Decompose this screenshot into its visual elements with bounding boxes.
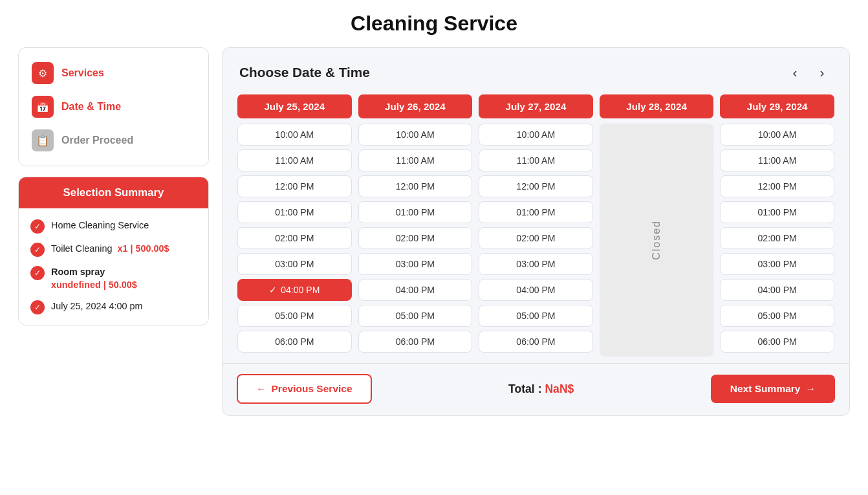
page-title: Cleaning Service bbox=[0, 0, 868, 47]
time-slot-0-1[interactable]: 11:00 AM bbox=[237, 149, 352, 171]
next-arrow-icon bbox=[805, 383, 816, 395]
summary-text-1: Home Cleaning Service bbox=[51, 219, 149, 232]
time-slot-2-3[interactable]: 01:00 PM bbox=[479, 201, 593, 223]
time-slot-4-5[interactable]: 03:00 PM bbox=[720, 253, 834, 275]
time-slot-4-3[interactable]: 01:00 PM bbox=[720, 201, 834, 223]
day-column-3: July 28, 2024 Closed bbox=[596, 94, 717, 357]
time-slot-1-7[interactable]: 05:00 PM bbox=[358, 305, 473, 327]
check-icon-3 bbox=[30, 266, 45, 280]
calendar-panel: Choose Date & Time ‹ › July 25, 2024 10:… bbox=[222, 47, 850, 416]
time-slot-0-2[interactable]: 12:00 PM bbox=[237, 175, 352, 197]
time-slot-2-7[interactable]: 05:00 PM bbox=[479, 305, 593, 327]
total-display: Total : NaN$ bbox=[508, 382, 574, 396]
time-slot-4-7[interactable]: 05:00 PM bbox=[720, 305, 834, 327]
sidebar: ⚙ Services 📅 Date & Time 📋 Order Proceed… bbox=[18, 47, 209, 416]
calendar-header: Choose Date & Time ‹ › bbox=[222, 48, 849, 94]
prev-label: Previous Service bbox=[272, 383, 353, 395]
toilet-price: x1 | 500.00$ bbox=[117, 243, 169, 254]
time-slot-4-4[interactable]: 02:00 PM bbox=[720, 227, 834, 249]
room-spray-price: xundefined | 50.00$ bbox=[51, 280, 137, 290]
next-label: Next Summary bbox=[730, 383, 801, 395]
time-slot-2-1[interactable]: 11:00 AM bbox=[479, 149, 593, 171]
next-arrow-button[interactable]: › bbox=[812, 62, 832, 83]
summary-item-1: Home Cleaning Service bbox=[30, 219, 197, 234]
prev-arrow-button[interactable]: ‹ bbox=[785, 62, 805, 83]
time-slot-0-7[interactable]: 05:00 PM bbox=[237, 305, 352, 327]
prev-service-button[interactable]: Previous Service bbox=[237, 374, 372, 404]
nav-arrows: ‹ › bbox=[785, 62, 832, 83]
time-slot-4-2[interactable]: 12:00 PM bbox=[720, 175, 834, 197]
datetime-label: Date & Time bbox=[61, 101, 121, 113]
time-slot-2-2[interactable]: 12:00 PM bbox=[479, 175, 593, 197]
total-label-text: Total : bbox=[508, 382, 541, 395]
time-slot-1-4[interactable]: 02:00 PM bbox=[358, 227, 473, 249]
time-slot-2-5[interactable]: 03:00 PM bbox=[479, 253, 593, 275]
time-slot-1-6[interactable]: 04:00 PM bbox=[358, 279, 473, 301]
order-icon: 📋 bbox=[32, 129, 54, 151]
calendar-title: Choose Date & Time bbox=[239, 65, 370, 80]
day-header-2: July 27, 2024 bbox=[479, 94, 593, 118]
time-slot-1-2[interactable]: 12:00 PM bbox=[358, 175, 473, 197]
day-header-4: July 29, 2024 bbox=[720, 94, 834, 118]
summary-item-2: Toilet Cleaning x1 | 500.00$ bbox=[30, 242, 197, 257]
sidebar-item-datetime[interactable]: 📅 Date & Time bbox=[32, 96, 195, 118]
services-label: Services bbox=[61, 67, 104, 79]
time-slot-0-0[interactable]: 10:00 AM bbox=[237, 124, 352, 146]
day-column-2: July 27, 2024 10:00 AM 11:00 AM 12:00 PM… bbox=[475, 94, 596, 357]
calendar-footer: Previous Service Total : NaN$ Next Summa… bbox=[222, 363, 849, 415]
day-column-1: July 26, 2024 10:00 AM 11:00 AM 12:00 PM… bbox=[355, 94, 476, 357]
toilet-label: Toilet Cleaning bbox=[51, 243, 112, 254]
time-slot-1-5[interactable]: 03:00 PM bbox=[358, 253, 473, 275]
time-slot-4-0[interactable]: 10:00 AM bbox=[720, 124, 834, 146]
time-slot-1-3[interactable]: 01:00 PM bbox=[358, 201, 473, 223]
steps-card: ⚙ Services 📅 Date & Time 📋 Order Proceed bbox=[18, 47, 209, 166]
order-label: Order Proceed bbox=[61, 135, 133, 146]
time-slot-2-0[interactable]: 10:00 AM bbox=[479, 124, 593, 146]
time-slot-4-1[interactable]: 11:00 AM bbox=[720, 149, 834, 171]
closed-body: Closed bbox=[600, 124, 714, 357]
check-icon-2 bbox=[30, 243, 45, 257]
time-slot-1-8[interactable]: 06:00 PM bbox=[358, 331, 473, 353]
time-slot-1-0[interactable]: 10:00 AM bbox=[358, 124, 473, 146]
time-slot-0-6[interactable]: 04:00 PM bbox=[237, 279, 352, 301]
time-slot-2-8[interactable]: 06:00 PM bbox=[479, 331, 593, 353]
sidebar-item-order[interactable]: 📋 Order Proceed bbox=[32, 129, 195, 151]
summary-item-3: Room spray xundefined | 50.00$ bbox=[30, 265, 197, 291]
next-summary-button[interactable]: Next Summary bbox=[711, 375, 835, 403]
check-icon-1 bbox=[30, 219, 45, 234]
time-slot-1-1[interactable]: 11:00 AM bbox=[358, 149, 473, 171]
day-header-0: July 25, 2024 bbox=[237, 94, 352, 118]
prev-arrow-icon bbox=[256, 383, 266, 395]
summary-date: July 25, 2024 4:00 pm bbox=[51, 300, 143, 313]
time-slot-4-8[interactable]: 06:00 PM bbox=[720, 331, 834, 353]
time-slot-0-5[interactable]: 03:00 PM bbox=[237, 253, 352, 275]
datetime-icon: 📅 bbox=[32, 96, 54, 118]
check-icon-4 bbox=[30, 300, 45, 314]
closed-label: Closed bbox=[651, 220, 662, 260]
room-spray-label: Room spray bbox=[51, 267, 105, 277]
total-value: NaN$ bbox=[545, 382, 574, 395]
time-slot-2-6[interactable]: 04:00 PM bbox=[479, 279, 593, 301]
calendar-grid: July 25, 2024 10:00 AM 11:00 AM 12:00 PM… bbox=[222, 94, 849, 357]
summary-text-3: Room spray xundefined | 50.00$ bbox=[51, 265, 137, 291]
time-slot-4-6[interactable]: 04:00 PM bbox=[720, 279, 834, 301]
time-slot-2-4[interactable]: 02:00 PM bbox=[479, 227, 593, 249]
time-slot-0-3[interactable]: 01:00 PM bbox=[237, 201, 352, 223]
sidebar-item-services[interactable]: ⚙ Services bbox=[32, 62, 195, 84]
time-slot-0-4[interactable]: 02:00 PM bbox=[237, 227, 352, 249]
day-header-1: July 26, 2024 bbox=[358, 94, 473, 118]
day-header-3: July 28, 2024 bbox=[600, 94, 714, 118]
summary-body: Home Cleaning Service Toilet Cleaning x1… bbox=[19, 208, 208, 325]
summary-text-2: Toilet Cleaning x1 | 500.00$ bbox=[51, 242, 169, 255]
time-slot-0-8[interactable]: 06:00 PM bbox=[237, 331, 352, 353]
services-icon: ⚙ bbox=[32, 62, 54, 84]
selection-summary-card: Selection Summary Home Cleaning Service … bbox=[18, 177, 209, 325]
day-column-0: July 25, 2024 10:00 AM 11:00 AM 12:00 PM… bbox=[234, 94, 355, 357]
summary-header: Selection Summary bbox=[19, 177, 208, 208]
day-column-4: July 29, 2024 10:00 AM 11:00 AM 12:00 PM… bbox=[717, 94, 838, 357]
summary-item-4: July 25, 2024 4:00 pm bbox=[30, 300, 197, 314]
